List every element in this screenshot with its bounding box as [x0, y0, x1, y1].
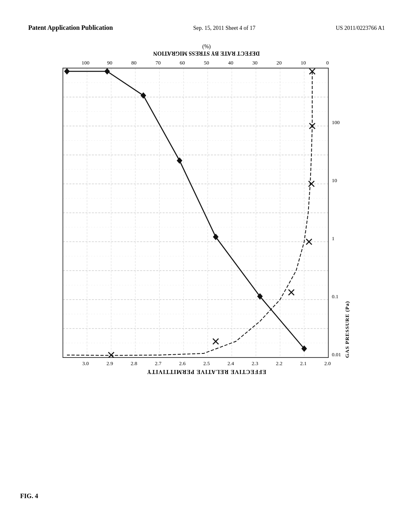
y-right-label-2: 10 — [332, 177, 341, 184]
diamond-marker-0 — [64, 68, 70, 75]
x-bot-3: 2.7 — [146, 360, 170, 367]
x-bot-6: 2.4 — [219, 360, 243, 367]
chart-body: 100 10 1 0.1 0.01 GAS PRESSURE (Pa) — [63, 68, 351, 358]
diamond-marker-2 — [140, 92, 146, 99]
x-top-9: 10 — [291, 60, 315, 66]
x-labels-top: 100 90 80 70 60 50 40 30 20 10 0 — [73, 60, 340, 66]
y-axis-right-labels: 100 10 1 0.1 0.01 — [332, 68, 341, 358]
x-axis-top-title: (%) DEFECT RATE BY STRESS MIGRATION — [153, 44, 260, 56]
chart-svg — [63, 68, 329, 358]
publication-label: Patent Application Publication — [28, 24, 113, 31]
x-bot-10: 2.0 — [315, 360, 340, 367]
x-marker-5 — [213, 339, 218, 344]
x-top-3: 70 — [146, 60, 170, 66]
x-top-7: 30 — [243, 60, 267, 66]
y-right-label-3: 1 — [332, 235, 341, 242]
diamond-marker-3 — [177, 157, 182, 164]
series2-line — [67, 71, 312, 355]
series1-line — [67, 71, 304, 349]
x-bot-1: 2.9 — [98, 360, 122, 367]
y-right-label-4: 0.1 — [332, 293, 341, 300]
x-top-2: 80 — [122, 60, 146, 66]
x-top-4: 60 — [170, 60, 194, 66]
page: Patent Application Publication Sep. 15, … — [0, 0, 413, 532]
x-bot-4: 2.6 — [170, 360, 194, 367]
x-axis-label: DEFECT RATE BY STRESS MIGRATION — [153, 50, 260, 56]
x-top-8: 20 — [267, 60, 291, 66]
x-axis-unit: (%) — [153, 44, 260, 50]
x-bot-5: 2.5 — [194, 360, 219, 367]
x-top-1: 90 — [98, 60, 122, 66]
y-axis-right-title: GAS PRESSURE (Pa) — [344, 68, 350, 358]
header: Patent Application Publication Sep. 15, … — [28, 24, 385, 31]
x-top-0: 100 — [73, 60, 98, 66]
figure-container: (%) DEFECT RATE BY STRESS MIGRATION 100 … — [28, 44, 385, 375]
y-right-label-1: 100 — [332, 119, 341, 126]
x-top-10: 0 — [315, 60, 340, 66]
x-bot-7: 2.3 — [243, 360, 267, 367]
x-bot-0: 3.0 — [73, 360, 98, 367]
publication-number: US 2011/0223766 A1 — [336, 25, 385, 31]
y-right-label-5: 0.01 — [332, 351, 341, 358]
x-top-5: 50 — [194, 60, 219, 66]
x-marker-4 — [288, 289, 294, 295]
figure-label: FIG. 4 — [20, 493, 38, 500]
x-bot-9: 2.1 — [291, 360, 315, 367]
x-axis-bottom-title: EFFECTIVE RELATIVE PERMITTIVITY — [147, 368, 266, 375]
x-marker-2 — [309, 181, 314, 187]
x-labels-bottom: 3.0 2.9 2.8 2.7 2.6 2.5 2.4 2.3 2.2 2.1 … — [73, 360, 340, 367]
diamond-marker-1 — [104, 68, 110, 75]
x-top-6: 40 — [219, 60, 243, 66]
x-bot-2: 2.8 — [122, 360, 146, 367]
publication-date-sheet: Sep. 15, 2011 Sheet 4 of 17 — [193, 25, 255, 31]
x-bot-8: 2.2 — [267, 360, 291, 367]
